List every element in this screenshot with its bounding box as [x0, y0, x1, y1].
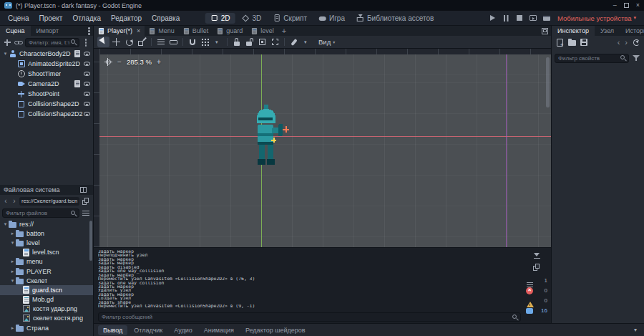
- instantiate-scene-button[interactable]: [14, 37, 24, 47]
- node-origin-gizmo[interactable]: [271, 138, 276, 143]
- list-filter-toggle[interactable]: 1: [526, 276, 547, 285]
- zoom-in-button[interactable]: +: [155, 57, 163, 67]
- menu-help[interactable]: Справка: [147, 13, 185, 24]
- save-resource-button[interactable]: [579, 37, 589, 47]
- bottom-panel-tab-3[interactable]: Анимация: [199, 325, 239, 335]
- mode-2d[interactable]: 2D: [205, 13, 235, 24]
- 2d-viewport[interactable]: − 285.3 % +: [99, 54, 551, 247]
- ungroup-tool-button[interactable]: [269, 37, 281, 47]
- message-filter-input[interactable]: [98, 312, 521, 322]
- visibility-eye-icon[interactable]: [83, 110, 91, 118]
- shootpoint-gizmo[interactable]: [283, 126, 289, 133]
- close-tab-icon[interactable]: ×: [137, 27, 140, 34]
- visibility-eye-icon[interactable]: [83, 60, 91, 68]
- select-tool-button[interactable]: [97, 37, 109, 47]
- mode-assetlib[interactable]: Библиотека ассетов: [351, 13, 439, 24]
- file-tree-row[interactable]: скелет костя.png: [0, 314, 93, 323]
- rotate-tool-button[interactable]: [123, 37, 135, 47]
- scene-tab[interactable]: Bullet: [179, 26, 213, 36]
- tree-expand-arrow[interactable]: ▾: [9, 240, 16, 246]
- file-tree-row[interactable]: ▾res://: [0, 219, 93, 229]
- copy-log-button[interactable]: [532, 262, 542, 272]
- movie-button[interactable]: [541, 12, 552, 24]
- close-button[interactable]: ×: [636, 2, 640, 9]
- mode-script[interactable]: Скрипт: [268, 13, 312, 24]
- tree-expand-arrow[interactable]: ▾: [9, 278, 16, 284]
- kebab-menu-icon[interactable]: [88, 27, 90, 35]
- scene-button[interactable]: [527, 12, 539, 24]
- visibility-eye-icon[interactable]: [83, 80, 91, 88]
- add-node-button[interactable]: [2, 37, 12, 47]
- group-tool-button[interactable]: [256, 37, 268, 47]
- scene-tab[interactable]: Player(*)×: [94, 26, 145, 36]
- sort-files-button[interactable]: [81, 208, 91, 219]
- visibility-eye-icon[interactable]: [83, 50, 91, 58]
- scene-tree-row[interactable]: CollisionShape2D: [0, 99, 93, 109]
- remote-device-button[interactable]: Мобильные устройства ▾: [555, 13, 638, 24]
- bottom-panel-tab-0[interactable]: Вывод: [98, 325, 127, 335]
- pause-button[interactable]: [500, 12, 512, 24]
- mode-game[interactable]: Игра: [313, 13, 350, 24]
- message-filter-toggle[interactable]: 16: [526, 306, 547, 315]
- current-path[interactable]: res://Скелет/guard.tscn: [19, 197, 79, 206]
- bottom-panel-tab-1[interactable]: Отладчик: [129, 325, 167, 335]
- magnet-tool-button[interactable]: [186, 37, 198, 47]
- scene-tree-row[interactable]: Camera2D: [0, 79, 93, 89]
- script-icon[interactable]: [74, 80, 80, 87]
- file-tree-row[interactable]: ▾Скелет: [0, 276, 93, 285]
- file-tree-row[interactable]: ▾level: [0, 238, 93, 247]
- scene-tree-row[interactable]: ShootTimer: [0, 69, 93, 79]
- bottom-panel-tab-2[interactable]: Аудио: [169, 325, 197, 335]
- menu-editor[interactable]: Редактор: [106, 13, 147, 24]
- tree-expand-arrow[interactable]: ▾: [2, 221, 9, 227]
- copy-path-button[interactable]: [81, 196, 91, 206]
- grid-tool-button[interactable]: [199, 37, 211, 47]
- ruler-tool-button[interactable]: [167, 37, 180, 47]
- file-tree-row[interactable]: level.tscn: [0, 248, 93, 257]
- scale-tool-button[interactable]: [136, 37, 148, 47]
- inspector-tab-2[interactable]: История: [620, 26, 644, 36]
- file-tree-row[interactable]: ▸menu: [0, 257, 93, 267]
- scene-tab[interactable]: guard: [213, 26, 247, 36]
- prev-object-button[interactable]: ‹: [616, 39, 622, 47]
- file-tree-row[interactable]: guard.tscn: [0, 285, 93, 294]
- load-resource-button[interactable]: [567, 37, 577, 47]
- file-tree-row[interactable]: ▸PLAYER: [0, 267, 93, 276]
- bone-tool-button[interactable]: [288, 37, 300, 47]
- menu-scene[interactable]: Сцена: [3, 13, 34, 24]
- inspector-tab-0[interactable]: Инспектор: [552, 26, 595, 36]
- minimize-button[interactable]: –: [613, 2, 617, 9]
- history-back-button[interactable]: ‹: [2, 197, 9, 205]
- scene-tree-row[interactable]: CollisionShape2D2: [0, 109, 93, 119]
- property-filter-options-button[interactable]: [631, 53, 641, 63]
- new-resource-button[interactable]: [555, 37, 565, 47]
- property-filter-input[interactable]: [555, 54, 629, 63]
- script-icon[interactable]: [74, 50, 80, 57]
- center-view-icon[interactable]: [104, 58, 112, 66]
- scene-dock-menu-button[interactable]: [81, 37, 91, 47]
- caret-tool-button[interactable]: [212, 37, 224, 47]
- file-tree-row[interactable]: ▸batton: [0, 229, 93, 238]
- scroll-to-end-button[interactable]: [532, 251, 542, 261]
- mode-3d[interactable]: 3D: [236, 13, 266, 24]
- tree-expand-arrow[interactable]: ▸: [9, 269, 16, 274]
- scene-tree-row[interactable]: AnimatedSprite2D: [0, 59, 93, 69]
- scene-tree-row[interactable]: ShootPoint: [0, 89, 93, 99]
- distraction-free-icon[interactable]: [542, 28, 548, 34]
- scene-dock-tab-1[interactable]: Импорт: [31, 26, 64, 36]
- scene-tab[interactable]: level: [247, 26, 278, 36]
- menu-project[interactable]: Проект: [34, 13, 67, 24]
- scene-dock-tab-0[interactable]: Сцена: [0, 26, 31, 36]
- bottom-panel-tab-4[interactable]: Редактор шейдеров: [240, 325, 311, 335]
- history-forward-button[interactable]: ›: [11, 197, 18, 205]
- scene-tree-row[interactable]: ▾CharacterBody2D: [0, 49, 93, 59]
- visibility-eye-icon[interactable]: [83, 100, 91, 108]
- scene-tab[interactable]: Menu: [145, 26, 179, 36]
- stop-button[interactable]: [514, 12, 525, 24]
- error-filter-toggle[interactable]: 0: [526, 286, 547, 295]
- object-history-button[interactable]: [631, 37, 641, 47]
- next-object-button[interactable]: ›: [623, 39, 629, 47]
- dock-layout-icon[interactable]: [80, 187, 87, 193]
- file-tree-row[interactable]: Mob.gd: [0, 295, 93, 304]
- move-tool-button[interactable]: [110, 37, 122, 47]
